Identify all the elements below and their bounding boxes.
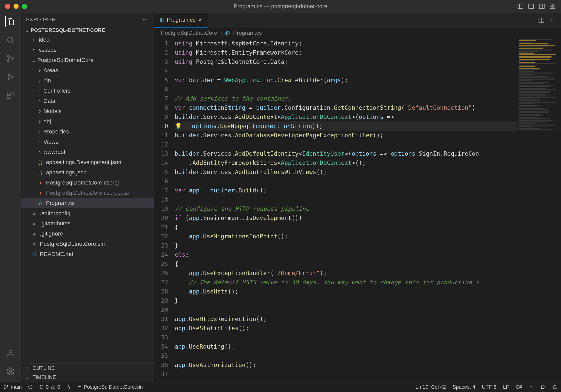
panel-left-icon[interactable]: [517, 3, 524, 10]
tab-label: Program.cs: [167, 17, 195, 23]
folder-row[interactable]: obj: [21, 116, 154, 127]
explorer-label: EXPLORER: [26, 17, 56, 22]
breadcrumb-file[interactable]: Program.cs: [233, 30, 262, 36]
sync-status[interactable]: [28, 384, 33, 389]
tree-item-label: .editorconfig: [40, 210, 71, 217]
breadcrumb[interactable]: PostgreSqlDotnetCore › ◐ Program.cs: [154, 28, 561, 38]
tree-item-label: PostgreSqlDotnetCore.csproj: [46, 179, 119, 186]
language-status[interactable]: C#: [516, 384, 522, 390]
timeline-section[interactable]: TIMELINE: [21, 373, 154, 382]
minimap[interactable]: [518, 38, 561, 382]
feedback-icon[interactable]: [541, 384, 546, 390]
branch-status[interactable]: main: [4, 384, 22, 390]
tree-item-label: Program.cs: [46, 200, 75, 206]
remote-status-icon[interactable]: [529, 384, 534, 390]
encoding-status[interactable]: UTF-8: [482, 384, 496, 390]
file-row[interactable]: ◆.gitattributes: [21, 218, 154, 229]
folder-row[interactable]: bin: [21, 76, 154, 86]
tab-program-cs[interactable]: ◐ Program.cs ✕: [154, 13, 208, 28]
settings-activity[interactable]: [5, 366, 16, 377]
tree-item-label: Properties: [43, 128, 69, 135]
debug-target-status[interactable]: [66, 385, 71, 389]
tree-item-label: PostgreSqlDotnetCore.csproj.user: [46, 190, 131, 196]
outline-label: OUTLINE: [33, 365, 55, 371]
svg-rect-31: [78, 386, 81, 388]
file-row[interactable]: ≡.editorconfig: [21, 208, 154, 218]
folder-row[interactable]: Data: [21, 96, 154, 106]
extensions-activity[interactable]: [5, 90, 16, 101]
source-control-activity[interactable]: [5, 53, 16, 64]
folder-row[interactable]: Models: [21, 106, 154, 116]
chevron-icon: [37, 98, 42, 104]
code-content[interactable]: using Microsoft.AspNetCore.Identity;usin…: [172, 38, 561, 382]
chevron-icon: [37, 139, 42, 145]
folder-row[interactable]: Properties: [21, 127, 154, 137]
close-window-button[interactable]: [5, 4, 10, 9]
accounts-activity[interactable]: [5, 348, 16, 358]
chevron-icon: [37, 149, 42, 155]
folder-row[interactable]: PostgreSqlDotnetCore: [21, 55, 154, 65]
root-folder-row[interactable]: POSTGRESQL-DOTNET-CORE: [21, 26, 154, 34]
cs-file-icon: ◐: [37, 201, 43, 206]
file-row[interactable]: ⟩PostgreSqlDotnetCore.csproj.user: [21, 188, 154, 198]
close-tab-icon[interactable]: ✕: [198, 17, 202, 23]
tree-item-label: README.md: [40, 251, 73, 258]
tree-item-label: Models: [43, 108, 62, 115]
problems-status[interactable]: 0 0: [39, 384, 60, 390]
window-controls: [5, 4, 27, 9]
more-actions-icon[interactable]: ⋯: [550, 17, 556, 23]
folder-row[interactable]: Areas: [21, 65, 154, 76]
panel-right-icon[interactable]: [539, 3, 545, 10]
folder-row[interactable]: .idea: [21, 35, 154, 45]
file-row[interactable]: ◐Program.cs: [21, 198, 154, 208]
tab-bar: ◐ Program.cs ✕ ⋯: [154, 13, 561, 28]
svg-rect-17: [11, 92, 14, 95]
folder-row[interactable]: Controllers: [21, 86, 154, 96]
chevron-icon: [37, 88, 42, 94]
indentation-status[interactable]: Spaces: 4: [452, 384, 475, 390]
layout-grid-icon[interactable]: [549, 3, 556, 10]
eol-status[interactable]: LF: [503, 384, 509, 390]
notifications-icon[interactable]: [552, 384, 557, 390]
error-count: 0: [46, 384, 49, 390]
chevron-icon: [37, 67, 42, 74]
status-bar: main 0 0 PostgreSqlDotnetCore.sln Ln 10,…: [0, 382, 561, 392]
svg-line-11: [12, 42, 14, 43]
chevron-icon: [31, 57, 36, 64]
breadcrumb-folder[interactable]: PostgreSqlDotnetCore: [161, 30, 217, 36]
sidebar: EXPLORER ⋯ POSTGRESQL-DOTNET-CORE .idea.…: [21, 13, 154, 382]
svg-rect-2: [529, 4, 534, 8]
file-row[interactable]: ⟩PostgreSqlDotnetCore.csproj: [21, 178, 154, 188]
maximize-window-button[interactable]: [22, 4, 27, 9]
solution-name: PostgreSqlDotnetCore.sln: [84, 384, 143, 390]
file-row[interactable]: ≡PostgreSqlDotnetCore.sln: [21, 239, 154, 249]
chevron-icon: [37, 128, 42, 135]
outline-section[interactable]: OUTLINE: [21, 363, 154, 373]
file-row[interactable]: ◆.gitignore: [21, 229, 154, 239]
tree-item-label: Views: [43, 139, 58, 145]
cursor-position-status[interactable]: Ln 10, Col 42: [415, 384, 446, 390]
code-editor[interactable]: 1234567891011121314151617181920212223242…: [154, 38, 561, 382]
tree-item-label: Areas: [43, 67, 58, 74]
csharp-file-icon: ◐: [225, 30, 230, 36]
explorer-more-icon[interactable]: ⋯: [143, 16, 149, 22]
file-row[interactable]: {}appsettings.json: [21, 167, 154, 178]
split-editor-icon[interactable]: [538, 17, 545, 23]
debug-activity[interactable]: [5, 71, 16, 82]
json-file-icon: {}: [37, 170, 43, 175]
folder-row[interactable]: Views: [21, 137, 154, 147]
csharp-file-icon: ◐: [159, 17, 164, 23]
tree-item-label: .gitattributes: [40, 220, 71, 227]
explorer-activity[interactable]: [5, 16, 16, 27]
folder-row[interactable]: .vscode: [21, 45, 154, 55]
svg-point-30: [53, 388, 53, 388]
file-row[interactable]: {}appsettings.Development.json: [21, 157, 154, 167]
file-row[interactable]: ⓘREADME.md: [21, 249, 154, 259]
minimize-window-button[interactable]: [14, 4, 19, 9]
panel-bottom-icon[interactable]: [528, 3, 534, 10]
folder-row[interactable]: wwwroot: [21, 147, 154, 157]
tree-item-label: Controllers: [43, 88, 71, 94]
csproj-file-icon: ⟩: [37, 190, 43, 196]
search-activity[interactable]: [5, 35, 16, 45]
solution-status[interactable]: PostgreSqlDotnetCore.sln: [77, 384, 143, 390]
